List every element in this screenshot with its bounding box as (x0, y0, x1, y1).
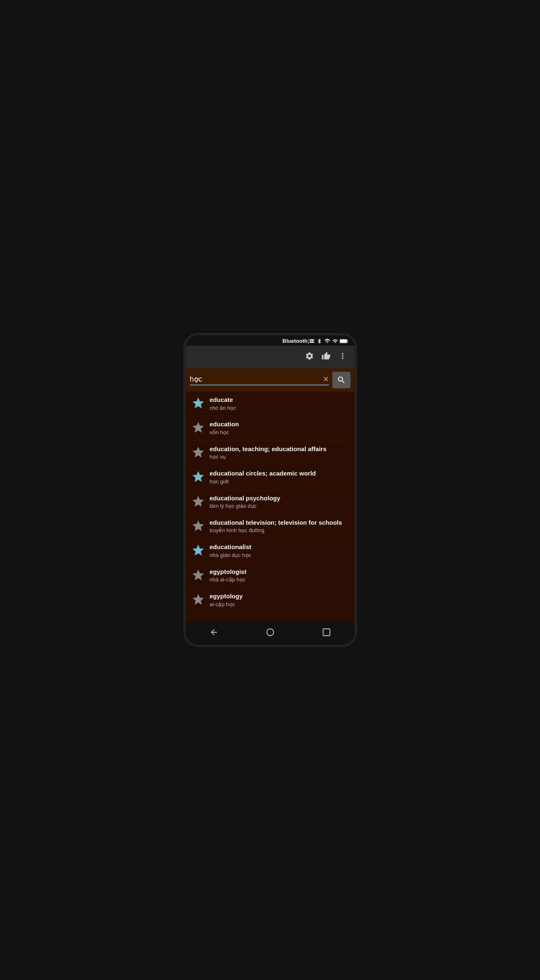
result-term: educational television; television for s… (210, 519, 349, 527)
result-item[interactable]: education, teaching; educational affairs… (186, 441, 355, 465)
result-item[interactable]: egyptologistnhà ai-cập học (186, 564, 355, 588)
app-header (186, 346, 355, 368)
result-term: egyptology (210, 592, 349, 600)
signal-icon (332, 338, 338, 344)
result-term: educational psychology (210, 494, 349, 502)
result-term: educational circles; academic world (210, 469, 349, 478)
result-item[interactable]: educatecho ăn học (186, 392, 355, 416)
result-translation: nhà ai-cập học (210, 576, 349, 583)
result-translation: truyền hình học đường (210, 527, 349, 534)
star-icon-1[interactable] (192, 421, 206, 435)
result-translation: học vụ (210, 454, 349, 461)
status-bar: Bluetooth;⯴ (186, 335, 355, 346)
result-term: educationalist (210, 543, 349, 551)
result-translation: cho ăn học (210, 405, 349, 412)
result-item[interactable]: educational television; television for s… (186, 514, 355, 539)
clear-icon[interactable]: ✕ (323, 375, 329, 384)
result-text: educational circles; academic worldhọc g… (210, 469, 349, 485)
svg-point-3 (266, 629, 274, 636)
search-button[interactable] (332, 372, 350, 388)
result-item[interactable]: educational psychologytâm lý học giáo dụ… (186, 490, 355, 514)
wifi-icon (324, 338, 331, 344)
result-term: education (210, 420, 349, 428)
result-term: educate (210, 396, 349, 404)
star-icon-7[interactable] (192, 569, 206, 583)
result-item[interactable]: educational circles; academic worldhọc g… (186, 465, 355, 490)
results-list: educatecho ăn học educationvốn học educa… (186, 392, 355, 622)
result-text: educatecho ăn học (210, 396, 349, 411)
search-input-wrapper: ✕ (190, 375, 329, 385)
bluetooth-icon (317, 338, 322, 344)
star-icon-0[interactable] (192, 397, 206, 411)
result-text: educational psychologytâm lý học giáo dụ… (210, 494, 349, 510)
star-icon-4[interactable] (192, 495, 206, 509)
result-translation: ai-cập học (210, 601, 349, 608)
result-item[interactable]: egyptologyai-cập học (186, 588, 355, 612)
result-translation: vốn học (210, 429, 349, 436)
bluetooth-icon: Bluetooth;⯴ (283, 338, 315, 344)
battery-icon (340, 339, 348, 344)
star-icon-6[interactable] (192, 544, 206, 558)
star-icon-8[interactable] (192, 593, 206, 607)
recent-button[interactable] (314, 626, 339, 641)
result-text: educationalistnhà giáo dục học (210, 543, 349, 559)
result-item[interactable]: educationvốn học (186, 416, 355, 440)
star-icon-3[interactable] (192, 470, 206, 484)
search-bar: ✕ (186, 368, 355, 392)
star-icon-5[interactable] (192, 519, 206, 533)
result-text: education, teaching; educational affairs… (210, 445, 349, 461)
result-translation: học giới (210, 478, 349, 485)
settings-icon[interactable] (303, 350, 316, 364)
phone-frame: Bluetooth;⯴ (183, 333, 357, 647)
result-text: egyptologistnhà ai-cập học (210, 568, 349, 583)
result-translation: tâm lý học giáo dục (210, 503, 349, 510)
svg-rect-4 (323, 629, 330, 636)
result-text: educational television; television for s… (210, 519, 349, 534)
result-term: education, teaching; educational affairs (210, 445, 349, 453)
result-text: egyptologyai-cập học (210, 592, 349, 608)
star-icon-2[interactable] (192, 446, 206, 460)
back-button[interactable] (201, 626, 227, 641)
svg-rect-1 (347, 340, 348, 342)
status-icons: Bluetooth;⯴ (283, 338, 348, 344)
home-button[interactable] (257, 626, 283, 641)
result-item[interactable]: educationalistnhà giáo dục học (186, 539, 355, 563)
result-translation: nhà giáo dục học (210, 552, 349, 559)
nav-bar (186, 622, 355, 645)
result-term: egyptologist (210, 568, 349, 576)
thumbsup-icon[interactable] (320, 350, 332, 364)
more-menu-icon[interactable] (336, 350, 349, 364)
svg-rect-2 (340, 339, 346, 342)
search-input[interactable] (190, 375, 321, 384)
result-text: educationvốn học (210, 420, 349, 436)
